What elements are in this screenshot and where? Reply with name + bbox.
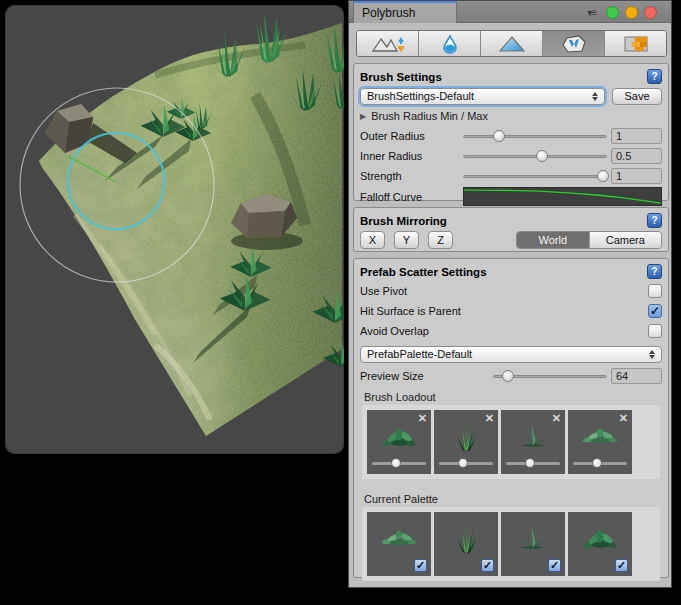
scatter-rock-icon (561, 34, 587, 54)
mode-smooth-button[interactable] (419, 31, 481, 56)
avoid-overlap-label: Avoid Overlap (360, 325, 429, 337)
use-pivot-checkbox[interactable]: ✓ (648, 284, 662, 298)
panel-menu-icon[interactable]: ▾≡ (587, 7, 596, 18)
help-icon[interactable]: ? (647, 213, 662, 228)
plant-fern-thumbnail (509, 418, 557, 458)
palette-item-1[interactable]: ✓ (367, 512, 431, 576)
prefab-scatter-section: Prefab Scatter Settings ? Use Pivot ✓ Hi… (353, 258, 669, 578)
hit-surface-parent-label: Hit Surface is Parent (360, 305, 461, 317)
plant-fern-thumbnail (509, 520, 557, 560)
palette-item-4[interactable]: ✓ (568, 512, 632, 576)
loadout-weight-slider[interactable] (372, 458, 426, 468)
falloff-curve-label: Falloff Curve (360, 191, 463, 203)
outer-radius-label: Outer Radius (360, 130, 463, 142)
foldout-arrow-icon: ▶ (360, 112, 366, 121)
inner-radius-value[interactable]: 0.5 (611, 148, 662, 164)
brush-loadout-strip: ✕ ✕ ✕ ✕ (362, 405, 660, 479)
brush-loadout-label: Brush Loadout (364, 391, 664, 403)
mirror-x-button[interactable]: X (360, 231, 385, 249)
mode-texture-button[interactable] (605, 31, 666, 56)
water-drop-icon (440, 34, 460, 54)
panel-titlebar: Polybrush ▾≡ (349, 1, 671, 23)
plant-broadleaf-thumbnail (576, 520, 624, 560)
mode-sculpt-button[interactable] (357, 31, 419, 56)
dropdown-stepper-icon (592, 92, 598, 101)
window-button-yellow[interactable] (625, 6, 638, 19)
strength-value[interactable]: 1 (611, 168, 662, 184)
save-brush-settings-button[interactable]: Save (612, 88, 662, 105)
brush-settings-section: Brush Settings ? BrushSettings-Default S… (353, 63, 669, 201)
brush-radius-minmax-foldout[interactable]: ▶ Brush Radius Min / Max (360, 110, 488, 122)
loadout-slot-2[interactable]: ✕ (434, 410, 498, 474)
plant-spread-thumbnail (375, 520, 423, 560)
palette-item-checkbox[interactable]: ✓ (414, 559, 427, 572)
palette-item-2[interactable]: ✓ (434, 512, 498, 576)
outer-radius-slider[interactable] (463, 129, 607, 143)
preview-size-slider[interactable] (493, 369, 607, 383)
loadout-slot-4[interactable]: ✕ (568, 410, 632, 474)
polybrush-panel: Polybrush ▾≡ (348, 0, 672, 588)
brush-mode-toolbar (356, 30, 667, 57)
falloff-curve-field[interactable] (463, 187, 662, 206)
window-button-red[interactable] (644, 6, 657, 19)
tab-polybrush[interactable]: Polybrush (353, 1, 457, 23)
palette-item-checkbox[interactable]: ✓ (481, 559, 494, 572)
avoid-overlap-checkbox[interactable]: ✓ (648, 324, 662, 338)
mirror-space-segment: World Camera (516, 231, 662, 249)
outer-radius-value[interactable]: 1 (611, 128, 662, 144)
preview-size-value[interactable]: 64 (611, 368, 662, 384)
plant-tallgrass-thumbnail (442, 418, 490, 458)
panel-title: Polybrush (362, 6, 415, 20)
loadout-weight-slider[interactable] (439, 458, 493, 468)
dropdown-stepper-icon (649, 350, 655, 359)
page: Polybrush ▾≡ (0, 0, 681, 605)
scene-viewport[interactable] (5, 5, 344, 454)
palette-item-checkbox[interactable]: ✓ (548, 559, 561, 572)
strength-slider[interactable] (463, 169, 607, 183)
inner-radius-label: Inner Radius (360, 150, 463, 162)
texture-bricks-icon (623, 34, 649, 54)
palette-item-3[interactable]: ✓ (501, 512, 565, 576)
plant-spread-thumbnail (576, 418, 624, 458)
mirror-space-camera[interactable]: Camera (589, 232, 662, 248)
loadout-weight-slider[interactable] (573, 458, 627, 468)
mountain-raise-lower-icon (371, 34, 405, 54)
prefab-scatter-title: Prefab Scatter Settings (360, 266, 647, 278)
help-icon[interactable]: ? (647, 69, 662, 84)
palette-item-checkbox[interactable]: ✓ (615, 559, 628, 572)
loadout-slot-3[interactable]: ✕ (501, 410, 565, 474)
mode-scatter-button[interactable] (543, 31, 605, 56)
mode-paint-button[interactable] (481, 31, 543, 56)
mirror-y-button[interactable]: Y (394, 231, 419, 249)
brush-settings-preset-dropdown[interactable]: BrushSettings-Default (360, 88, 605, 105)
current-palette-label: Current Palette (364, 493, 664, 505)
help-icon[interactable]: ? (647, 264, 662, 279)
loadout-slot-1[interactable]: ✕ (367, 410, 431, 474)
plant-tallgrass-thumbnail (442, 520, 490, 560)
prefab-palette-dropdown[interactable]: PrefabPalette-Default (360, 346, 662, 363)
use-pivot-label: Use Pivot (360, 285, 407, 297)
brush-mirroring-title: Brush Mirroring (360, 215, 647, 227)
paint-triangle-icon (498, 34, 526, 54)
strength-label: Strength (360, 170, 463, 182)
terrain-scene (5, 5, 344, 454)
current-palette-strip: ✓ ✓ ✓ ✓ (362, 507, 660, 581)
plant-broadleaf-thumbnail (375, 418, 423, 458)
mirror-space-world[interactable]: World (517, 232, 589, 248)
hit-surface-parent-checkbox[interactable]: ✓ (648, 304, 662, 318)
inner-radius-slider[interactable] (463, 149, 607, 163)
brush-mirroring-section: Brush Mirroring ? X Y Z World Camera (353, 207, 669, 252)
preview-size-label: Preview Size (360, 370, 493, 382)
loadout-weight-slider[interactable] (506, 458, 560, 468)
window-button-green[interactable] (606, 6, 619, 19)
mirror-z-button[interactable]: Z (428, 231, 453, 249)
brush-settings-title: Brush Settings (360, 71, 647, 83)
